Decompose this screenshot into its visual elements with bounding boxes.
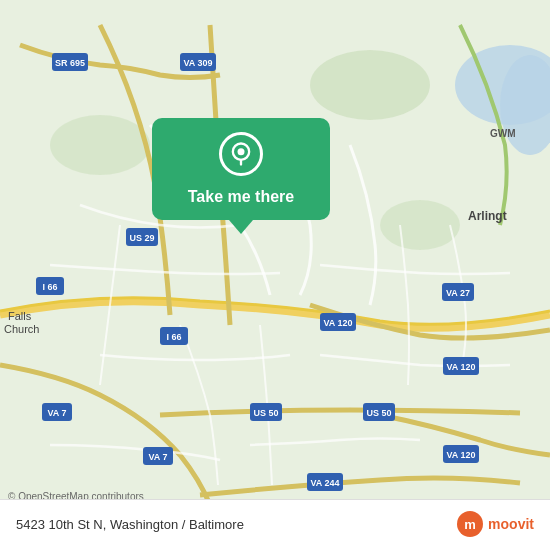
svg-text:VA 244: VA 244	[310, 478, 339, 488]
svg-text:I 66: I 66	[166, 332, 181, 342]
popup-card: Take me there	[152, 118, 330, 220]
svg-text:US 50: US 50	[253, 408, 278, 418]
svg-point-4	[50, 115, 150, 175]
svg-text:VA 120: VA 120	[446, 450, 475, 460]
svg-point-39	[238, 148, 245, 155]
moovit-label-text: moovit	[488, 516, 534, 532]
map-background: SR 695 VA 309 US 29 I 66 I 66 VA 7 VA 7 …	[0, 0, 550, 550]
moovit-logo: m moovit	[456, 510, 534, 538]
moovit-icon: m	[456, 510, 484, 538]
svg-text:US 29: US 29	[129, 233, 154, 243]
svg-text:US 50: US 50	[366, 408, 391, 418]
svg-text:Falls: Falls	[8, 310, 32, 322]
map-container: SR 695 VA 309 US 29 I 66 I 66 VA 7 VA 7 …	[0, 0, 550, 550]
svg-text:GWM: GWM	[490, 128, 516, 139]
bottom-bar: 5423 10th St N, Washington / Baltimore m…	[0, 499, 550, 550]
svg-text:Church: Church	[4, 323, 39, 335]
svg-point-3	[310, 50, 430, 120]
svg-text:VA 7: VA 7	[148, 452, 167, 462]
location-pin-icon	[219, 132, 263, 176]
popup-arrow	[229, 220, 253, 234]
svg-text:VA 120: VA 120	[323, 318, 352, 328]
svg-text:VA 309: VA 309	[183, 58, 212, 68]
svg-text:SR 695: SR 695	[55, 58, 85, 68]
svg-text:Arlingt: Arlingt	[468, 209, 507, 223]
svg-text:m: m	[464, 517, 476, 532]
address-text: 5423 10th St N, Washington / Baltimore	[16, 517, 244, 532]
svg-text:VA 27: VA 27	[446, 288, 470, 298]
take-me-there-button[interactable]: Take me there	[180, 184, 302, 210]
svg-text:I 66: I 66	[42, 282, 57, 292]
svg-text:VA 7: VA 7	[47, 408, 66, 418]
svg-point-5	[380, 200, 460, 250]
svg-text:VA 120: VA 120	[446, 362, 475, 372]
